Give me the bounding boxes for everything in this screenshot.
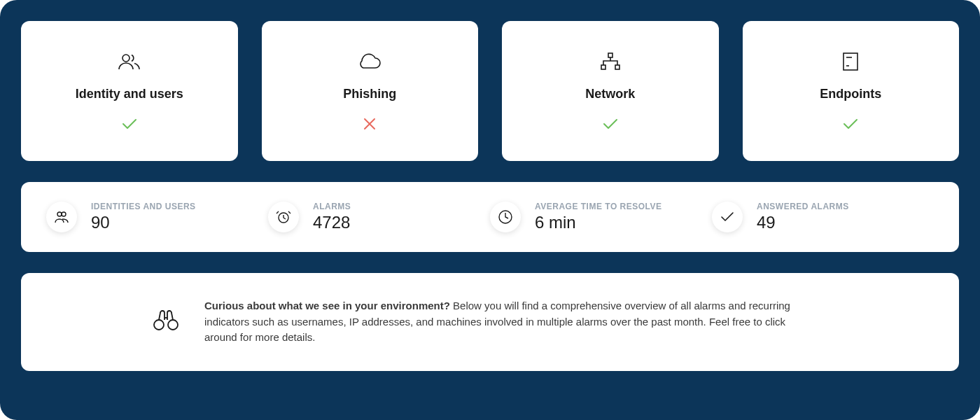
stat-answered: ANSWERED ALARMS 49 xyxy=(712,202,934,232)
check-icon xyxy=(712,202,743,232)
card-network[interactable]: Network xyxy=(502,21,719,161)
stat-value: 6 min xyxy=(535,213,662,232)
check-icon xyxy=(603,115,618,132)
dashboard-container: Identity and users Phishing xyxy=(0,0,980,420)
svg-point-8 xyxy=(62,212,66,216)
svg-point-0 xyxy=(122,55,130,62)
alarm-clock-icon xyxy=(268,202,299,232)
users-icon xyxy=(118,50,141,73)
stat-label: ALARMS xyxy=(313,202,351,211)
network-icon xyxy=(600,50,621,73)
svg-point-7 xyxy=(57,212,62,216)
binoculars-icon xyxy=(153,310,179,334)
card-title: Endpoints xyxy=(820,87,881,102)
card-title: Identity and users xyxy=(76,87,183,102)
x-icon xyxy=(363,115,376,132)
card-phishing[interactable]: Phishing xyxy=(262,21,479,161)
clock-icon xyxy=(490,202,521,232)
svg-rect-3 xyxy=(615,65,620,69)
svg-point-11 xyxy=(154,320,164,330)
svg-rect-1 xyxy=(608,53,612,57)
info-lead: Curious about what we see in your enviro… xyxy=(204,300,450,312)
users-group-icon xyxy=(46,202,77,232)
stat-value: 4728 xyxy=(313,213,351,232)
info-text: Curious about what we see in your enviro… xyxy=(204,298,813,346)
check-icon xyxy=(843,115,858,132)
info-panel: Curious about what we see in your enviro… xyxy=(21,273,959,371)
card-title: Network xyxy=(585,87,635,102)
stat-avg-time: AVERAGE TIME TO RESOLVE 6 min xyxy=(490,202,712,232)
stat-identities: IDENTITIES AND USERS 90 xyxy=(46,202,268,232)
stats-panel: IDENTITIES AND USERS 90 ALARMS 4728 xyxy=(21,182,959,252)
stat-label: ANSWERED ALARMS xyxy=(757,202,849,211)
svg-point-12 xyxy=(168,320,178,330)
stat-value: 90 xyxy=(91,213,196,232)
stat-label: AVERAGE TIME TO RESOLVE xyxy=(535,202,662,211)
card-title: Phishing xyxy=(343,87,396,102)
cloud-icon xyxy=(358,50,382,73)
svg-rect-2 xyxy=(601,65,606,69)
stat-alarms: ALARMS 4728 xyxy=(268,202,490,232)
svg-rect-4 xyxy=(844,53,858,70)
category-cards-row: Identity and users Phishing xyxy=(21,21,959,161)
server-icon xyxy=(842,50,859,73)
stat-value: 49 xyxy=(757,213,849,232)
check-icon xyxy=(122,115,137,132)
card-identity-users[interactable]: Identity and users xyxy=(21,21,238,161)
card-endpoints[interactable]: Endpoints xyxy=(743,21,960,161)
stat-label: IDENTITIES AND USERS xyxy=(91,202,196,211)
